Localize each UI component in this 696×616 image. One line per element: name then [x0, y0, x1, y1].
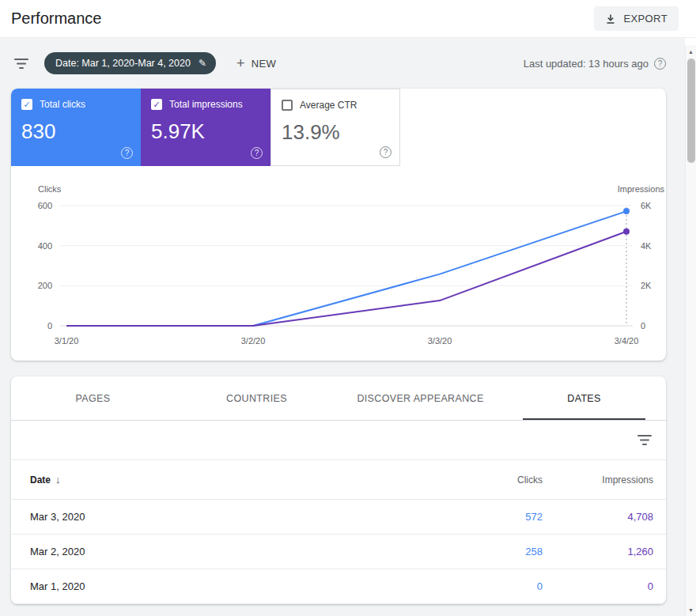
average-ctr-tile[interactable]: Average CTR 13.9% ? [270, 89, 400, 166]
top-bar: Performance EXPORT [0, 0, 696, 38]
last-updated: Last updated: 13 hours ago ? [524, 58, 666, 70]
row-date: Mar 3, 2020 [30, 511, 448, 523]
tab-countries[interactable]: COUNTRIES [175, 376, 339, 420]
total-impressions-value: 5.97K [151, 119, 260, 144]
row-date: Mar 2, 2020 [30, 546, 448, 557]
total-clicks-value: 830 [21, 119, 130, 144]
checkbox-unchecked-icon[interactable] [282, 100, 293, 111]
svg-text:Impressions: Impressions [618, 184, 665, 194]
row-clicks: 258 [448, 546, 543, 557]
tab-label: PAGES [76, 393, 111, 404]
export-label: EXPORT [623, 13, 668, 25]
row-impressions: 4,708 [543, 511, 653, 523]
tab-label: DATES [567, 393, 601, 404]
tab-label: COUNTRIES [226, 393, 287, 404]
date-chip-label: Date: Mar 1, 2020-Mar 4, 2020 [55, 58, 191, 69]
dates-table-card: PAGES COUNTRIES DISCOVER APPEARANCE DATE… [11, 376, 666, 604]
table-header-row: Date ↓ Clicks Impressions [11, 460, 666, 500]
average-ctr-value: 13.9% [282, 120, 389, 145]
new-filter-label: NEW [252, 58, 276, 70]
svg-text:0: 0 [47, 321, 52, 331]
table-filter-row [11, 421, 666, 460]
svg-text:3/1/20: 3/1/20 [55, 336, 79, 346]
svg-text:200: 200 [38, 281, 52, 290]
main-content: Date: Mar 1, 2020-Mar 4, 2020 ✎ + NEW La… [0, 38, 685, 616]
clicks-column-label: Clicks [517, 474, 543, 486]
new-filter-button[interactable]: + NEW [236, 56, 276, 70]
help-icon[interactable]: ? [121, 147, 133, 159]
tab-discover-appearance[interactable]: DISCOVER APPEARANCE [339, 376, 502, 420]
tab-pages[interactable]: PAGES [11, 376, 175, 420]
vertical-scrollbar[interactable]: ▲ ▼ [685, 45, 696, 616]
svg-text:4K: 4K [641, 241, 652, 251]
average-ctr-label: Average CTR [300, 100, 357, 111]
help-icon[interactable]: ? [251, 147, 263, 159]
last-updated-text: Last updated: 13 hours ago [524, 58, 649, 70]
scroll-down-icon[interactable]: ▼ [686, 604, 696, 615]
help-icon[interactable]: ? [654, 58, 666, 70]
svg-text:2K: 2K [641, 281, 652, 290]
edit-pencil-icon[interactable]: ✎ [199, 58, 206, 69]
checkbox-checked-icon[interactable]: ✓ [21, 99, 32, 110]
performance-chart-card: ✓ Total clicks 830 ? ✓ Total impressions… [11, 89, 666, 361]
download-icon [605, 13, 616, 25]
date-column-label: Date [30, 474, 51, 486]
column-header-impressions[interactable]: Impressions [543, 474, 653, 486]
table-row[interactable]: Mar 3, 2020 572 4,708 [11, 500, 666, 535]
sort-descending-icon: ↓ [55, 474, 61, 486]
svg-text:0: 0 [641, 321, 645, 331]
row-date: Mar 1, 2020 [30, 580, 448, 592]
total-clicks-label: Total clicks [40, 99, 85, 110]
date-filter-chip[interactable]: Date: Mar 1, 2020-Mar 4, 2020 ✎ [44, 52, 216, 74]
help-icon[interactable]: ? [380, 146, 392, 158]
table-row[interactable]: Mar 1, 2020 0 0 [11, 569, 666, 604]
tile-header: Average CTR [282, 100, 389, 111]
checkbox-checked-icon[interactable]: ✓ [151, 99, 162, 110]
impressions-column-label: Impressions [602, 474, 653, 486]
column-header-clicks[interactable]: Clicks [448, 474, 543, 486]
export-button[interactable]: EXPORT [594, 6, 679, 31]
plus-icon: + [236, 56, 245, 70]
svg-text:3/2/20: 3/2/20 [241, 336, 266, 346]
search-console-performance-page: Performance EXPORT [0, 0, 696, 616]
row-clicks: 572 [448, 511, 543, 523]
row-impressions: 1,260 [543, 546, 653, 557]
scroll-up-icon[interactable]: ▲ [686, 46, 696, 57]
filter-bar: Date: Mar 1, 2020-Mar 4, 2020 ✎ + NEW La… [0, 38, 685, 89]
scrollbar-thumb[interactable] [687, 59, 695, 163]
table-tabs: PAGES COUNTRIES DISCOVER APPEARANCE DATE… [11, 376, 666, 421]
row-impressions: 0 [543, 580, 653, 592]
svg-text:Clicks: Clicks [38, 184, 62, 194]
table-row[interactable]: Mar 2, 2020 258 1,260 [11, 535, 666, 569]
performance-line-chart[interactable]: 002002K4004K6006KClicksImpressions3/1/20… [11, 182, 666, 353]
tab-label: DISCOVER APPEARANCE [357, 393, 483, 404]
tile-header: ✓ Total impressions [151, 99, 260, 110]
svg-text:6K: 6K [641, 201, 652, 210]
svg-text:600: 600 [38, 201, 52, 210]
metric-tiles: ✓ Total clicks 830 ? ✓ Total impressions… [11, 89, 666, 166]
total-clicks-tile[interactable]: ✓ Total clicks 830 ? [11, 89, 141, 166]
table-filter-icon[interactable] [637, 435, 652, 445]
column-header-date[interactable]: Date ↓ [30, 474, 448, 486]
total-impressions-tile[interactable]: ✓ Total impressions 5.97K ? [141, 89, 270, 166]
filter-icon[interactable] [14, 59, 28, 69]
total-impressions-label: Total impressions [169, 99, 243, 110]
tile-header: ✓ Total clicks [21, 99, 130, 110]
svg-text:3/3/20: 3/3/20 [428, 336, 452, 346]
svg-text:400: 400 [38, 241, 52, 251]
row-clicks: 0 [448, 580, 543, 592]
page-title: Performance [11, 9, 102, 28]
tab-dates[interactable]: DATES [502, 376, 666, 420]
svg-text:3/4/20: 3/4/20 [615, 336, 639, 346]
